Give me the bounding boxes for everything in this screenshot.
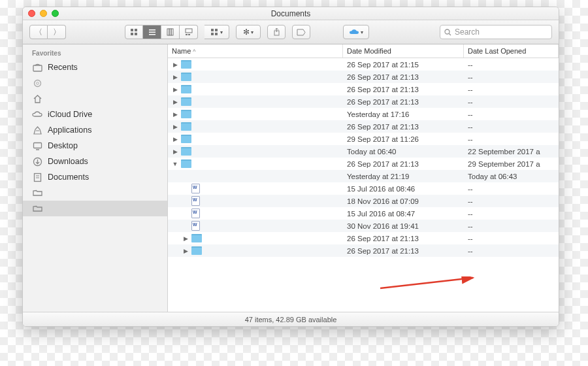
file-row[interactable]: ▶26 Sep 2017 at 21:13--: [168, 120, 559, 133]
sidebar-item-folder[interactable]: [23, 201, 167, 216]
sidebar-item-label: Downloads: [48, 157, 88, 166]
date-modified: Today at 06:40: [343, 148, 464, 156]
icon-view-button[interactable]: [125, 25, 143, 39]
minimize-icon[interactable]: [40, 10, 47, 17]
date-opened: --: [464, 73, 559, 81]
word-doc-icon: [191, 208, 200, 218]
action-button[interactable]: ✻▾: [236, 25, 261, 39]
close-icon[interactable]: [28, 10, 35, 17]
disclosure-triangle[interactable]: ▶: [172, 148, 178, 155]
date-modified: 26 Sep 2017 at 21:15: [343, 61, 464, 69]
file-row[interactable]: ▶26 Sep 2017 at 21:13--: [168, 83, 559, 95]
disclosure-triangle[interactable]: ▶: [172, 61, 178, 68]
sidebar-item-label: Applications: [48, 125, 91, 135]
svg-line-20: [449, 33, 451, 35]
file-list: Name Date Modified Date Last Opened ▶26 …: [168, 44, 559, 312]
column-view-button[interactable]: [161, 25, 180, 39]
word-doc-icon: [191, 221, 200, 231]
svg-rect-25: [33, 142, 41, 148]
sidebar-item-desktop[interactable]: Desktop: [23, 138, 167, 154]
disclosure-triangle[interactable]: ▶: [182, 248, 189, 254]
file-row[interactable]: ▶26 Sep 2017 at 21:13--: [168, 244, 559, 257]
date-opened: --: [464, 135, 559, 143]
icloud-button[interactable]: ▾: [343, 25, 369, 39]
date-modified: 26 Sep 2017 at 21:13: [343, 247, 464, 255]
forward-button[interactable]: 〉: [48, 25, 66, 39]
back-button[interactable]: 〈: [29, 25, 48, 39]
tags-button[interactable]: [292, 25, 310, 39]
folder-icon: [32, 203, 42, 214]
file-row[interactable]: 30 Nov 2016 at 19:41--: [168, 220, 559, 232]
sidebar-item-home[interactable]: [23, 91, 167, 107]
svg-rect-1: [135, 29, 137, 31]
date-opened: --: [464, 98, 559, 106]
file-row[interactable]: 15 Jul 2016 at 08:46--: [168, 182, 559, 195]
clock-icon: [32, 62, 42, 73]
folder-icon: [181, 147, 191, 156]
zoom-icon[interactable]: [52, 10, 59, 17]
svg-rect-3: [135, 33, 137, 35]
file-row[interactable]: ▶26 Sep 2017 at 21:13--: [168, 232, 559, 244]
sidebar-item-icloud-drive[interactable]: iCloud Drive: [23, 107, 167, 122]
disclosure-triangle[interactable]: ▶: [172, 136, 178, 142]
file-row[interactable]: ▶Yesterday at 17:16--: [168, 108, 559, 120]
date-opened: --: [464, 197, 559, 205]
file-row[interactable]: ▶26 Sep 2017 at 21:13--: [168, 95, 559, 108]
date-opened: --: [464, 210, 559, 218]
date-opened: --: [464, 235, 559, 242]
date-opened: Today at 06:43: [464, 173, 559, 180]
disclosure-triangle[interactable]: ▶: [172, 111, 178, 118]
gallery-view-button[interactable]: [180, 25, 198, 39]
home-icon: [32, 93, 42, 104]
svg-rect-4: [149, 29, 155, 31]
sidebar-item-documents[interactable]: Documents: [23, 169, 167, 185]
file-row[interactable]: ▶26 Sep 2017 at 21:15--: [168, 58, 559, 71]
file-row[interactable]: 15 Jul 2016 at 08:47--: [168, 207, 559, 220]
sidebar-item-applications[interactable]: Applications: [23, 122, 167, 138]
sidebar-header: Favorites: [23, 48, 167, 59]
gear-icon: [32, 78, 42, 88]
file-row[interactable]: ▶26 Sep 2017 at 21:13--: [168, 71, 559, 83]
sidebar-item-gear[interactable]: [23, 75, 167, 91]
disclosure-triangle[interactable]: ▶: [172, 99, 178, 105]
date-modified: 26 Sep 2017 at 21:13: [343, 123, 464, 131]
titlebar[interactable]: Documents: [23, 7, 559, 20]
disclosure-triangle[interactable]: ▶: [182, 235, 189, 242]
folder-icon: [181, 159, 191, 168]
date-modified: 26 Sep 2017 at 21:13: [343, 73, 464, 81]
column-modified[interactable]: Date Modified: [343, 44, 464, 58]
file-row[interactable]: ▶29 Sep 2017 at 11:26--: [168, 133, 559, 145]
sidebar-item-downloads[interactable]: Downloads: [23, 154, 167, 169]
search-icon: [444, 29, 451, 36]
arrange-button[interactable]: ▾: [204, 25, 229, 39]
disclosure-triangle[interactable]: ▼: [172, 161, 178, 167]
search-input[interactable]: Search: [440, 25, 552, 39]
folder-icon: [181, 73, 191, 81]
date-modified: 15 Jul 2016 at 08:47: [343, 210, 464, 218]
list-view-button[interactable]: [143, 25, 161, 39]
file-row[interactable]: 18 Nov 2016 at 07:09--: [168, 195, 559, 207]
folder-icon: [181, 135, 191, 143]
disclosure-triangle[interactable]: ▶: [172, 86, 178, 93]
file-row[interactable]: Yesterday at 21:19Today at 06:43: [168, 170, 559, 182]
column-headers[interactable]: Name Date Modified Date Last Opened: [168, 44, 559, 58]
file-row[interactable]: ▶Today at 06:4022 September 2017 a: [168, 145, 559, 158]
svg-rect-21: [33, 65, 42, 71]
date-modified: 26 Sep 2017 at 21:13: [343, 98, 464, 106]
disclosure-triangle[interactable]: ▶: [172, 124, 178, 130]
desktop-icon: [32, 141, 42, 151]
sidebar-item-recents[interactable]: Recents: [23, 59, 167, 75]
sidebar: Favorites RecentsiCloud DriveApplication…: [23, 44, 168, 312]
sidebar-item-folder[interactable]: [23, 185, 167, 201]
column-name[interactable]: Name: [168, 44, 343, 58]
column-opened[interactable]: Date Last Opened: [464, 44, 559, 58]
nav-buttons: 〈 〉: [29, 25, 66, 39]
disclosure-triangle[interactable]: ▶: [172, 74, 178, 80]
share-button[interactable]: [267, 25, 286, 39]
window-title: Documents: [271, 9, 311, 18]
svg-rect-16: [215, 33, 218, 35]
sidebar-item-label: Documents: [48, 173, 89, 182]
finder-window: Documents 〈 〉 ▾ ✻▾ ▾ Search Favorites Re…: [22, 7, 559, 327]
date-opened: 22 September 2017 a: [464, 148, 559, 156]
file-row[interactable]: ▼26 Sep 2017 at 21:1329 September 2017 a: [168, 158, 559, 170]
